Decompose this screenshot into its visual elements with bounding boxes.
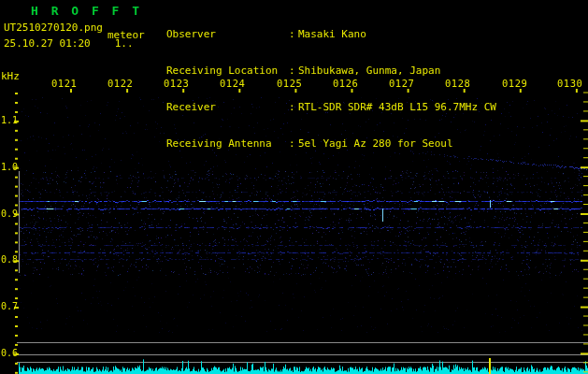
- freq-tick-label: 0.7: [1, 302, 18, 311]
- info-value: RTL-SDR SDR# 43dB L15 96.7MHz CW: [298, 101, 496, 113]
- info-separator: :: [289, 65, 298, 77]
- info-value: Masaki Kano: [298, 28, 366, 40]
- app-title: H R O F F T: [31, 6, 142, 17]
- info-separator: :: [289, 28, 298, 40]
- freq-unit-label: kHz: [1, 71, 20, 82]
- info-separator: :: [289, 101, 298, 113]
- counter: 1..: [115, 37, 134, 50]
- info-label: Receiving Antenna: [166, 137, 289, 150]
- info-row-observer: Observer:Masaki Kano: [166, 28, 496, 40]
- info-value: Shibukawa, Gunma, Japan: [298, 65, 440, 77]
- info-row-location: Receiving Location:Shibukawa, Gunma, Jap…: [166, 65, 496, 77]
- filename: UT2510270120.png: [4, 22, 103, 34]
- freq-tick-label: 0.8: [1, 255, 18, 265]
- info-value: 5el Yagi Az 280 for Seoul: [298, 137, 453, 150]
- time-tick-label: 0130: [557, 79, 582, 89]
- station-info: Observer:Masaki Kano Receiving Location:…: [166, 4, 496, 174]
- freq-tick-label: 1.0: [1, 163, 18, 172]
- info-separator: :: [289, 137, 298, 150]
- time-tick-label: 0123: [164, 79, 189, 89]
- time-tick-label: 0126: [333, 79, 358, 89]
- info-row-receiver: Receiver:RTL-SDR SDR# 43dB L15 96.7MHz C…: [166, 101, 496, 113]
- time-tick-label: 0127: [389, 79, 414, 89]
- time-tick-label: 0129: [502, 79, 527, 89]
- time-tick-label: 0122: [108, 79, 133, 89]
- hrofft-window: H R O F F T UT2510270120.png meteor 25.1…: [0, 0, 588, 374]
- datetime-row: 25.10.27 01:201..: [4, 38, 134, 50]
- time-tick-label: 0125: [277, 79, 302, 89]
- freq-tick-label: 1.1: [1, 116, 18, 125]
- time-tick-label: 0128: [445, 79, 470, 89]
- info-label: Receiver: [166, 101, 289, 113]
- time-tick-label: 0121: [51, 79, 77, 89]
- datetime: 25.10.27 01:20: [4, 37, 91, 50]
- freq-tick-label: 0.9: [1, 209, 18, 219]
- info-label: Observer: [166, 28, 289, 40]
- info-row-antenna: Receiving Antenna:5el Yagi Az 280 for Se…: [166, 137, 496, 150]
- info-label: Receiving Location: [166, 65, 289, 77]
- freq-tick-label: 0.6: [1, 349, 18, 358]
- time-tick-label: 0124: [220, 79, 245, 89]
